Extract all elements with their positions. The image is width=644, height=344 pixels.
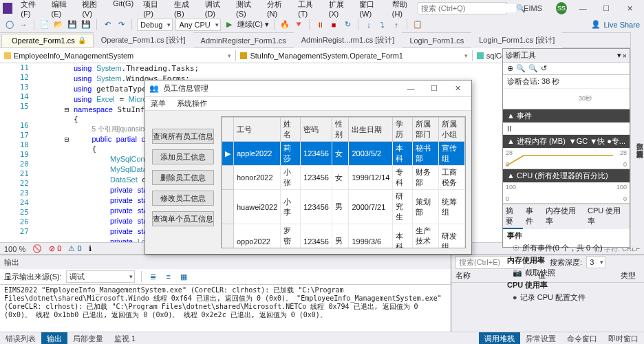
liveshare-button[interactable]: 👤 Live Share	[591, 20, 640, 29]
diag-select-icon[interactable]: ⊕	[507, 64, 513, 73]
diag-dd-icon[interactable]: ▾	[617, 51, 621, 60]
btab-callstack[interactable]: 调用堆栈	[479, 332, 520, 344]
global-search[interactable]: 🔍	[418, 2, 507, 14]
diag-pin-icon[interactable]: ×	[623, 52, 627, 60]
menu-tools[interactable]: 工具(T)	[294, 0, 323, 19]
hot-reload-icon[interactable]: 🔥	[279, 19, 290, 30]
summary-tab-2[interactable]: 内存使用率	[543, 204, 585, 229]
diag-mem-chart[interactable]: 28 28 0 0	[503, 149, 630, 169]
search-input[interactable]	[421, 4, 516, 12]
step-into-icon[interactable]: ↓	[363, 19, 374, 30]
save-all-icon[interactable]: 💾	[80, 19, 92, 30]
output-source-combo[interactable]: 调试	[66, 270, 135, 283]
pause-icon[interactable]: ⏸	[314, 19, 325, 30]
diag-cpu-hdr[interactable]: ▲ CPU (所有处理器的百分比)	[503, 169, 630, 183]
diag-zoomin-icon[interactable]: 🔍	[516, 64, 526, 73]
error-count[interactable]: ⊘ 0	[49, 244, 61, 253]
summary-tab-1[interactable]: 事件	[523, 204, 543, 229]
menu-edit[interactable]: 编辑(E)	[47, 0, 77, 19]
platform-combo[interactable]: Any CPU	[175, 19, 220, 31]
menu-view[interactable]: 视图(V)	[78, 0, 107, 19]
tab-3[interactable]: AdminRegist...rm1.cs [设计]	[294, 32, 402, 48]
btn-modify[interactable]: 修改员工信息	[152, 191, 214, 206]
wrap-icon[interactable]: ≡	[163, 271, 174, 282]
nav-back-icon[interactable]: ◯	[4, 19, 15, 30]
diag-cpu-chart[interactable]: 100 100 0 0	[503, 183, 630, 204]
process-icon[interactable]: 📋	[412, 19, 423, 30]
continue-label[interactable]: 继续(C) ▾	[237, 19, 269, 30]
close-button[interactable]: ✕	[618, 1, 641, 16]
diag-events-pause[interactable]: II	[503, 123, 630, 135]
btn-delete[interactable]: 删除员工信息	[152, 170, 214, 185]
sum-mem-item[interactable]: 截取快照	[525, 268, 555, 277]
clear-icon[interactable]: ≣	[148, 271, 159, 282]
tab-1[interactable]: Operate_Form1.cs [设计]	[94, 32, 193, 48]
undo-icon[interactable]: ↶	[102, 19, 113, 30]
new-doc-icon[interactable]: 📄	[39, 19, 50, 30]
restart-icon[interactable]: ↻	[342, 19, 353, 30]
menu-test[interactable]: 测试(S)	[232, 0, 261, 19]
btab-locals[interactable]: 局部变量	[67, 332, 109, 344]
user-avatar[interactable]: SS	[556, 2, 567, 14]
config-combo[interactable]: Debug	[137, 19, 173, 31]
diag-timeline[interactable]: 30秒	[503, 89, 630, 109]
btn-query-one[interactable]: 查询单个员工信息	[152, 211, 214, 226]
zoom-level[interactable]: 100 %	[4, 245, 25, 253]
diag-reset-icon[interactable]: ↺	[541, 64, 547, 73]
summary-tab-3[interactable]: CPU 使用率	[585, 204, 630, 229]
minimize-button[interactable]: —	[571, 1, 594, 16]
info-icon[interactable]: ℹ	[89, 244, 92, 253]
menu-file[interactable]: 文件(F)	[17, 0, 45, 19]
open-icon[interactable]: 📂	[53, 19, 64, 30]
btab-immediate[interactable]: 即时窗口	[603, 332, 644, 344]
summary-tab-0[interactable]: 摘要	[503, 204, 523, 229]
menu-analyze[interactable]: 分析(N)	[263, 0, 292, 19]
class-icon	[240, 52, 247, 59]
menu-help[interactable]: 帮助(H)	[388, 0, 418, 19]
menu-build[interactable]: 生成(B)	[170, 0, 200, 19]
main-menu[interactable]: 文件(F) 编辑(E) 视图(V) Git(G) 项目(P) 生成(B) 调试(…	[17, 0, 418, 19]
stop-icon[interactable]: ■	[328, 19, 339, 30]
sum-events-item[interactable]: 所有事件(0 个，共 0 个)	[522, 244, 603, 252]
dialog-close[interactable]: ✕	[448, 84, 467, 93]
btab-output[interactable]: 输出	[41, 332, 67, 344]
btab-errorlist[interactable]: 错误列表	[0, 332, 41, 344]
diag-mem-hdr[interactable]: ▲ 进程内存 (MB)▼GC ▼快 ●专...	[503, 135, 630, 149]
menu-ext[interactable]: 扩展(X)	[325, 0, 354, 19]
dialog-min[interactable]: —	[401, 85, 420, 93]
sum-cpu-item[interactable]: 记录 CPU 配置文件	[520, 293, 586, 301]
maximize-button[interactable]: ☐	[594, 1, 618, 16]
nav-class[interactable]: StuInfo_ManagementSystem.Operate_Form1	[236, 50, 472, 61]
step-out-icon[interactable]: ↑	[391, 19, 402, 30]
warn-count[interactable]: ⚠ 0	[68, 244, 81, 253]
menu-project[interactable]: 项目(P)	[139, 0, 169, 19]
diag-events-hdr[interactable]: ▲ 事件	[503, 109, 630, 123]
btab-exception[interactable]: 异常设置	[520, 332, 561, 344]
tab-4[interactable]: Login_Form1.cs	[402, 34, 471, 47]
menu-git[interactable]: Git(G)	[109, 0, 138, 19]
dlg-menu-1[interactable]: 系统操作	[177, 98, 207, 109]
nav-fwd-icon[interactable]: →	[18, 19, 29, 30]
diag-zoomout-icon[interactable]: 🔍	[528, 64, 538, 73]
btn-add[interactable]: 添加员工信息	[152, 149, 214, 164]
btab-watch1[interactable]: 监视 1	[109, 332, 141, 344]
tab-2[interactable]: AdminRegister_Form1.cs	[193, 34, 294, 47]
btab-command[interactable]: 命令窗口	[561, 332, 603, 344]
menu-debug[interactable]: 调试(D)	[201, 0, 230, 19]
output-text[interactable]: EIMS2022 "EmployeeInfo_ManagementSystem.…	[0, 285, 451, 332]
btn-query-all[interactable]: 查询所有员工信息	[152, 129, 214, 144]
dialog-max[interactable]: ☐	[425, 84, 444, 93]
nav-namespace[interactable]: EmployeeInfo_ManagementSystem	[0, 50, 236, 61]
continue-icon[interactable]: ▶	[224, 19, 235, 30]
redo-icon[interactable]: ↷	[116, 19, 127, 30]
tab-5[interactable]: Login_Form1.cs [设计]	[471, 32, 562, 48]
step-over-icon[interactable]: ⤵	[377, 19, 388, 30]
employee-grid[interactable]: 工号姓名密码性别出生日期学历所属部门所属小组▶apple2022莉莎123456…	[221, 116, 466, 248]
save-icon[interactable]: 💾	[67, 19, 78, 30]
dlg-menu-0[interactable]: 菜单	[151, 98, 166, 109]
toggle-icon[interactable]: ▦	[178, 271, 189, 282]
side-tool-strip[interactable]: 数据源 解决方案资源管理器	[630, 32, 644, 248]
find-icon[interactable]: 🔻	[293, 19, 304, 30]
tab-0[interactable]: Operate_Form1.cs🔒	[1, 34, 94, 47]
menu-window[interactable]: 窗口(W)	[355, 0, 386, 19]
